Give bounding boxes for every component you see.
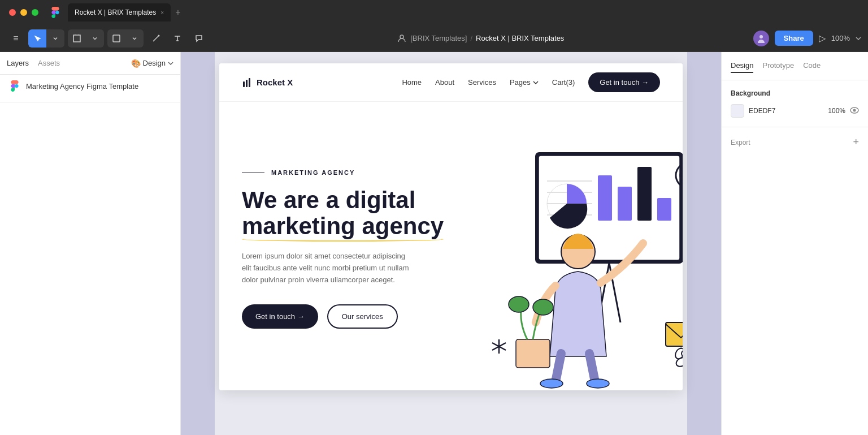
nav-home[interactable]: Home — [402, 78, 422, 87]
shape-tool[interactable] — [107, 29, 125, 48]
hero-title-line1: We are a digital — [242, 187, 468, 213]
svg-point-8 — [760, 35, 763, 38]
panel-tabs: Layers Assets 🎨 Design — [0, 52, 180, 75]
hero-title: We are a digital marketing agency — [242, 187, 468, 239]
design-dropdown-icon[interactable] — [168, 61, 173, 66]
nav-cart[interactable]: Cart(3) — [552, 78, 575, 87]
zoom-dropdown-icon[interactable] — [856, 36, 861, 41]
breadcrumb-sep: / — [470, 34, 472, 42]
breadcrumb-project: Rocket X | BRIX Templates — [476, 34, 564, 42]
hero-svg-illustration — [468, 130, 683, 390]
shape-tool-dropdown[interactable] — [125, 29, 144, 48]
site-nav-links: Home About Services Pages Cart(3) — [402, 78, 575, 87]
layer-label: Marketing Agency Figma Template — [26, 82, 138, 91]
background-title: Background — [731, 89, 859, 97]
pages-dropdown-icon — [533, 80, 539, 85]
background-row: EDEDF7 100% — [731, 104, 859, 118]
toolbar-left: ≡ — [7, 29, 208, 48]
pen-tool[interactable] — [147, 29, 165, 48]
background-color-swatch[interactable] — [731, 104, 744, 118]
select-tool[interactable] — [28, 29, 46, 48]
hero-buttons: Get in touch → Our services — [242, 304, 468, 329]
figma-icon — [50, 7, 61, 18]
rocket-x-logo-icon — [242, 77, 253, 88]
toolbar: ≡ — [0, 25, 868, 52]
svg-rect-9 — [243, 81, 245, 87]
visibility-toggle-icon[interactable] — [850, 106, 859, 115]
right-tab-prototype[interactable]: Prototype — [762, 59, 794, 73]
canvas-area[interactable]: Rocket X Home About Services Pages Cart(… — [181, 52, 721, 435]
hero-secondary-button[interactable]: Our services — [327, 304, 398, 329]
svg-rect-17 — [657, 198, 671, 221]
nav-pages-label: Pages — [510, 78, 531, 87]
right-panel-tabs: Design Prototype Code — [722, 52, 868, 80]
hero-tag: MARKETING AGENCY — [242, 169, 468, 176]
right-tab-design[interactable]: Design — [731, 59, 753, 73]
share-button[interactable]: Share — [775, 31, 813, 46]
tab-close-icon[interactable]: × — [160, 10, 164, 16]
background-opacity[interactable]: 100% — [828, 107, 845, 115]
frame-tool-dropdown[interactable] — [86, 29, 104, 48]
canvas-bg-right — [687, 52, 721, 435]
hero-description: Lorem ipsum dolor sit amet consectetur a… — [242, 251, 411, 286]
right-panel: Design Prototype Code Background EDEDF7 … — [721, 52, 868, 435]
user-icon — [397, 33, 407, 44]
svg-point-6 — [158, 35, 160, 36]
hero-section: MARKETING AGENCY We are a digital market… — [219, 102, 683, 390]
website-preview: Rocket X Home About Services Pages Cart(… — [219, 63, 683, 390]
menu-button[interactable]: ≡ — [7, 29, 25, 48]
close-button[interactable] — [9, 9, 16, 16]
nav-pages[interactable]: Pages — [510, 78, 539, 87]
shape-tools — [107, 29, 144, 48]
svg-point-44 — [853, 109, 856, 112]
hero-title-line2: marketing agency — [242, 213, 444, 239]
hero-content: MARKETING AGENCY We are a digital market… — [242, 169, 468, 329]
svg-rect-10 — [246, 80, 248, 87]
tab-layers[interactable]: Layers — [7, 57, 29, 70]
play-button[interactable]: ▷ — [819, 33, 826, 44]
tab-assets[interactable]: Assets — [38, 57, 60, 70]
traffic-lights — [9, 9, 38, 16]
svg-rect-5 — [113, 35, 120, 42]
hero-tag-line — [242, 173, 264, 173]
canvas-bg-left — [181, 52, 215, 435]
toolbar-right: Share ▷ 100% — [753, 31, 861, 46]
hero-illustration — [468, 130, 660, 368]
hero-cta-button[interactable]: Get in touch → — [242, 304, 318, 329]
text-tool[interactable] — [168, 29, 186, 48]
svg-rect-28 — [516, 339, 550, 368]
frame-tools — [68, 29, 104, 48]
hero-tag-text: MARKETING AGENCY — [271, 169, 355, 176]
site-logo-text: Rocket X — [257, 77, 293, 87]
nav-about[interactable]: About — [435, 78, 454, 87]
svg-point-29 — [509, 296, 529, 312]
add-tab-button[interactable]: + — [173, 5, 183, 20]
svg-rect-14 — [598, 175, 612, 221]
right-tab-code[interactable]: Code — [803, 59, 821, 73]
site-nav: Rocket X Home About Services Pages Cart(… — [219, 63, 683, 102]
minimize-button[interactable] — [20, 9, 27, 16]
background-color-hex[interactable]: EDEDF7 — [749, 107, 823, 115]
export-label: Export — [731, 139, 750, 147]
nav-services[interactable]: Services — [468, 78, 496, 87]
panel-divider — [0, 102, 180, 102]
zoom-level[interactable]: 100% — [831, 34, 850, 42]
active-tab[interactable]: Rocket X | BRIX Templates × — [68, 3, 171, 21]
maximize-button[interactable] — [32, 9, 38, 16]
select-tool-dropdown[interactable] — [46, 29, 64, 48]
layer-item-marketing[interactable]: Marketing Agency Figma Template — [0, 75, 180, 97]
background-section: Background EDEDF7 100% — [722, 80, 868, 127]
comment-tool[interactable] — [190, 29, 208, 48]
export-section: Export + — [722, 127, 868, 157]
figma-layer-icon — [9, 80, 20, 92]
svg-rect-11 — [249, 78, 250, 87]
breadcrumb-org: [BRIX Templates] — [410, 34, 467, 42]
design-badge[interactable]: Design — [143, 59, 166, 67]
svg-point-27 — [587, 379, 609, 388]
svg-rect-15 — [618, 187, 632, 221]
main-layout: Layers Assets 🎨 Design Marketing Agency … — [0, 52, 868, 435]
export-add-button[interactable]: + — [853, 136, 859, 148]
tab-title: Rocket X | BRIX Templates — [75, 8, 156, 16]
nav-cta-button[interactable]: Get in touch → — [588, 72, 660, 92]
frame-tool[interactable] — [68, 29, 86, 48]
